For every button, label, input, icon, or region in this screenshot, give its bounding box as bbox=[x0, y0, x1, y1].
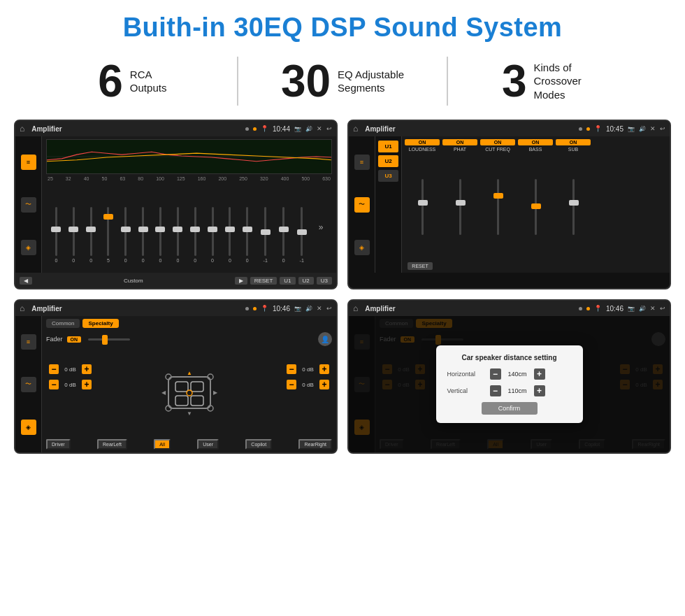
wave-icon[interactable]: 〜 bbox=[21, 197, 36, 213]
db-val-rr: 0 dB bbox=[299, 382, 317, 388]
screen1-x-icon[interactable]: ✕ bbox=[317, 125, 322, 132]
dialog-horizontal-minus[interactable]: − bbox=[490, 368, 501, 380]
ctrl-cutfreq-on[interactable]: ON bbox=[480, 139, 515, 145]
eq-slider-10[interactable]: 0 bbox=[211, 207, 214, 270]
eq-icon-2[interactable]: ≡ bbox=[354, 155, 370, 170]
db-minus-rr[interactable]: − bbox=[287, 380, 296, 389]
db-plus-fr[interactable]: + bbox=[319, 364, 329, 374]
eq-slider-6[interactable]: 0 bbox=[142, 207, 145, 270]
eq-slider-3[interactable]: 0 bbox=[89, 207, 92, 270]
fader-body: − 0 dB + − 0 dB + bbox=[46, 350, 332, 435]
wave-icon-2[interactable]: 〜 bbox=[354, 197, 370, 213]
eq-slider-15[interactable]: -1 bbox=[300, 207, 304, 270]
eq-icon-3[interactable]: ≡ bbox=[21, 334, 36, 350]
dialog-vertical-minus[interactable]: − bbox=[490, 385, 501, 396]
eq-u1-button[interactable]: U1 bbox=[280, 277, 295, 285]
eq-reset-button[interactable]: RESET bbox=[250, 277, 277, 285]
ctrl-loudness-slider[interactable] bbox=[421, 155, 424, 259]
speaker-icon[interactable]: ◈ bbox=[21, 240, 36, 255]
eq-slider-14[interactable]: 0 bbox=[282, 207, 285, 270]
screen2-back-icon[interactable]: ↩ bbox=[660, 125, 665, 132]
eq-slider-8[interactable]: 0 bbox=[176, 207, 179, 270]
driver-button[interactable]: Driver bbox=[46, 439, 71, 450]
eq-slider-4[interactable]: 5 bbox=[107, 207, 110, 270]
screen4-app-label: Amplifier bbox=[365, 305, 575, 313]
svg-point-6 bbox=[187, 390, 192, 396]
u1-button[interactable]: U1 bbox=[378, 141, 398, 152]
tab-common[interactable]: Common bbox=[46, 319, 80, 328]
db-plus-rl[interactable]: + bbox=[82, 380, 92, 389]
screen4-back-icon[interactable]: ↩ bbox=[660, 305, 665, 312]
rearright-button[interactable]: RearRight bbox=[298, 439, 332, 450]
screen4-dot1 bbox=[579, 307, 582, 310]
eq-u3-button[interactable]: U3 bbox=[317, 277, 332, 285]
screen3: ⌂ Amplifier 📍 10:46 📷 🔊 ✕ ↩ ≡ 〜 ◈ Common… bbox=[14, 299, 338, 454]
screen3-cam-icon: 📷 bbox=[294, 306, 301, 312]
eq-slider-9[interactable]: 0 bbox=[194, 207, 196, 270]
rearleft-button[interactable]: RearLeft bbox=[97, 439, 127, 450]
ctrl-phat-slider[interactable] bbox=[459, 155, 461, 259]
db-val-fr: 0 dB bbox=[299, 366, 317, 373]
ctrl-bass-slider[interactable] bbox=[535, 155, 537, 259]
tab-specialty[interactable]: Specialty bbox=[82, 319, 118, 328]
eq-preset-label: Custom bbox=[35, 278, 232, 284]
screen3-x-icon[interactable]: ✕ bbox=[317, 305, 322, 312]
home-icon-3[interactable]: ⌂ bbox=[20, 303, 24, 313]
eq-slider-2[interactable]: 0 bbox=[72, 207, 75, 270]
ctrl-cutfreq-slider[interactable] bbox=[497, 155, 499, 259]
eq-slider-11[interactable]: 0 bbox=[229, 207, 231, 270]
dialog-vertical-plus[interactable]: + bbox=[534, 385, 545, 396]
dialog-horizontal-plus[interactable]: + bbox=[534, 368, 545, 380]
wave-icon-3[interactable]: 〜 bbox=[21, 377, 36, 392]
screen4-x-icon[interactable]: ✕ bbox=[650, 305, 656, 312]
eq-slider-7[interactable]: 0 bbox=[159, 207, 162, 270]
db-row-rl: − 0 dB + bbox=[49, 380, 92, 389]
eq-u2-button[interactable]: U2 bbox=[298, 277, 314, 285]
screen2-cam-icon: 📷 bbox=[628, 126, 635, 132]
speaker-icon-3[interactable]: ◈ bbox=[21, 420, 36, 435]
u2-button[interactable]: U2 bbox=[378, 155, 398, 167]
eq-more-icon[interactable]: » bbox=[319, 222, 324, 232]
screen2-x-icon[interactable]: ✕ bbox=[650, 125, 656, 132]
screen1-dot1 bbox=[245, 127, 249, 131]
u3-button[interactable]: U3 bbox=[378, 170, 398, 182]
stat-eq: 30 EQ AdjustableSegments bbox=[252, 59, 433, 103]
copilot-button[interactable]: Copilot bbox=[245, 439, 272, 450]
eq-slider-13[interactable]: -1 bbox=[264, 207, 268, 270]
eq-prev-button[interactable]: ◀ bbox=[20, 277, 32, 285]
all-button[interactable]: All bbox=[154, 439, 171, 450]
db-plus-rr[interactable]: + bbox=[319, 380, 329, 389]
db-minus-fl[interactable]: − bbox=[49, 364, 59, 374]
dialog-confirm-button[interactable]: Confirm bbox=[482, 402, 538, 415]
db-plus-fl[interactable]: + bbox=[82, 364, 92, 374]
profile-icon[interactable]: 👤 bbox=[318, 332, 332, 346]
db-minus-fr[interactable]: − bbox=[287, 364, 296, 374]
db-minus-rl[interactable]: − bbox=[49, 380, 59, 389]
home-icon-2[interactable]: ⌂ bbox=[353, 124, 358, 134]
fader-on-badge[interactable]: ON bbox=[67, 336, 82, 343]
stat-number-rca: 6 bbox=[98, 59, 123, 103]
ctrl-loudness-on[interactable]: ON bbox=[405, 139, 440, 145]
eq-icon[interactable]: ≡ bbox=[21, 155, 36, 170]
home-icon-4[interactable]: ⌂ bbox=[353, 303, 358, 313]
screen3-tabs: Common Specialty bbox=[46, 319, 332, 328]
home-icon-1[interactable]: ⌂ bbox=[20, 124, 24, 134]
screen1-back-icon[interactable]: ↩ bbox=[326, 125, 332, 132]
speaker-icon-2[interactable]: ◈ bbox=[354, 240, 370, 255]
screen1: ⌂ Amplifier 📍 10:44 📷 🔊 ✕ ↩ ≡ 〜 ◈ bbox=[14, 120, 338, 289]
screen4-time: 10:46 bbox=[606, 305, 623, 313]
crossover-reset[interactable]: RESET bbox=[408, 262, 433, 270]
eq-slider-12[interactable]: 0 bbox=[246, 207, 249, 270]
ctrl-sub-slider[interactable] bbox=[572, 155, 575, 259]
eq-slider-1[interactable]: 0 bbox=[55, 207, 57, 270]
ctrl-bass-label: BASS bbox=[529, 147, 542, 152]
ctrl-phat-on[interactable]: ON bbox=[442, 139, 477, 145]
user-button[interactable]: User bbox=[197, 439, 219, 450]
eq-slider-5[interactable]: 0 bbox=[124, 207, 127, 270]
ctrl-bass-on[interactable]: ON bbox=[518, 139, 553, 145]
screen3-back-icon[interactable]: ↩ bbox=[326, 305, 332, 312]
eq-next-button[interactable]: ▶ bbox=[235, 277, 247, 285]
ctrl-sub-on[interactable]: ON bbox=[556, 139, 591, 145]
db-row-rr: − 0 dB + bbox=[287, 380, 329, 389]
screen2-content: ≡ 〜 ◈ U1 U2 U3 ON LOUDNESS bbox=[349, 136, 670, 273]
